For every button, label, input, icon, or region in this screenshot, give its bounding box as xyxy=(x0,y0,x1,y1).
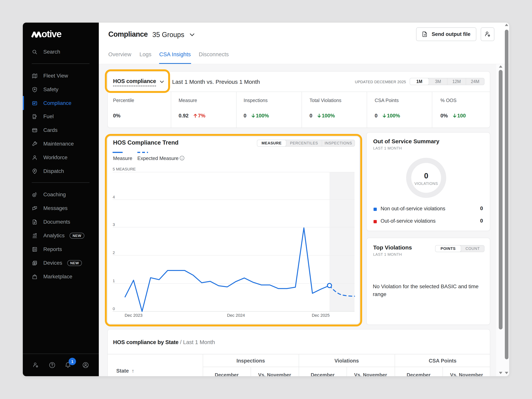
svg-text:otive: otive xyxy=(41,29,62,38)
